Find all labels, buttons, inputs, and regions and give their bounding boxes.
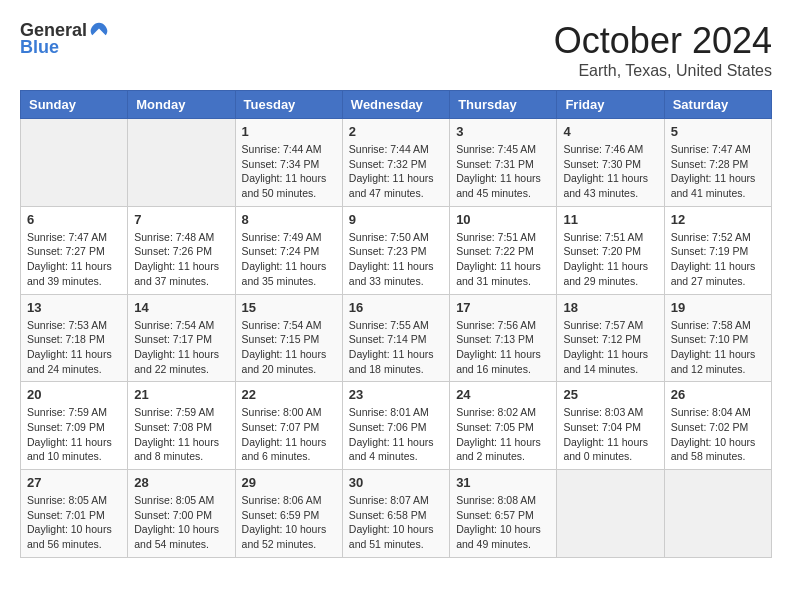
day-info: Sunrise: 7:44 AMSunset: 7:34 PMDaylight:… [242,142,336,201]
week-row-4: 20Sunrise: 7:59 AMSunset: 7:09 PMDayligh… [21,382,772,470]
calendar-cell [21,119,128,207]
day-number: 30 [349,475,443,490]
day-number: 22 [242,387,336,402]
header-row: SundayMondayTuesdayWednesdayThursdayFrid… [21,91,772,119]
calendar-cell: 1Sunrise: 7:44 AMSunset: 7:34 PMDaylight… [235,119,342,207]
calendar-cell: 19Sunrise: 7:58 AMSunset: 7:10 PMDayligh… [664,294,771,382]
week-row-2: 6Sunrise: 7:47 AMSunset: 7:27 PMDaylight… [21,206,772,294]
calendar-cell: 8Sunrise: 7:49 AMSunset: 7:24 PMDaylight… [235,206,342,294]
col-header-thursday: Thursday [450,91,557,119]
day-number: 3 [456,124,550,139]
day-info: Sunrise: 7:49 AMSunset: 7:24 PMDaylight:… [242,230,336,289]
logo-icon [89,21,109,41]
calendar-cell: 3Sunrise: 7:45 AMSunset: 7:31 PMDaylight… [450,119,557,207]
day-info: Sunrise: 8:05 AMSunset: 7:00 PMDaylight:… [134,493,228,552]
day-info: Sunrise: 8:06 AMSunset: 6:59 PMDaylight:… [242,493,336,552]
calendar-cell: 4Sunrise: 7:46 AMSunset: 7:30 PMDaylight… [557,119,664,207]
day-info: Sunrise: 8:07 AMSunset: 6:58 PMDaylight:… [349,493,443,552]
calendar-cell: 2Sunrise: 7:44 AMSunset: 7:32 PMDaylight… [342,119,449,207]
calendar-cell: 9Sunrise: 7:50 AMSunset: 7:23 PMDaylight… [342,206,449,294]
day-info: Sunrise: 8:05 AMSunset: 7:01 PMDaylight:… [27,493,121,552]
calendar-cell: 26Sunrise: 8:04 AMSunset: 7:02 PMDayligh… [664,382,771,470]
day-info: Sunrise: 7:59 AMSunset: 7:09 PMDaylight:… [27,405,121,464]
calendar-cell: 7Sunrise: 7:48 AMSunset: 7:26 PMDaylight… [128,206,235,294]
calendar-cell: 14Sunrise: 7:54 AMSunset: 7:17 PMDayligh… [128,294,235,382]
calendar-cell: 29Sunrise: 8:06 AMSunset: 6:59 PMDayligh… [235,470,342,558]
day-number: 23 [349,387,443,402]
calendar-cell: 20Sunrise: 7:59 AMSunset: 7:09 PMDayligh… [21,382,128,470]
day-number: 7 [134,212,228,227]
calendar-table: SundayMondayTuesdayWednesdayThursdayFrid… [20,90,772,558]
day-number: 16 [349,300,443,315]
day-info: Sunrise: 7:50 AMSunset: 7:23 PMDaylight:… [349,230,443,289]
calendar-cell: 15Sunrise: 7:54 AMSunset: 7:15 PMDayligh… [235,294,342,382]
calendar-cell: 27Sunrise: 8:05 AMSunset: 7:01 PMDayligh… [21,470,128,558]
day-info: Sunrise: 7:46 AMSunset: 7:30 PMDaylight:… [563,142,657,201]
week-row-1: 1Sunrise: 7:44 AMSunset: 7:34 PMDaylight… [21,119,772,207]
col-header-tuesday: Tuesday [235,91,342,119]
calendar-cell: 30Sunrise: 8:07 AMSunset: 6:58 PMDayligh… [342,470,449,558]
day-info: Sunrise: 7:52 AMSunset: 7:19 PMDaylight:… [671,230,765,289]
day-number: 31 [456,475,550,490]
week-row-5: 27Sunrise: 8:05 AMSunset: 7:01 PMDayligh… [21,470,772,558]
calendar-cell: 21Sunrise: 7:59 AMSunset: 7:08 PMDayligh… [128,382,235,470]
day-info: Sunrise: 7:45 AMSunset: 7:31 PMDaylight:… [456,142,550,201]
day-info: Sunrise: 7:59 AMSunset: 7:08 PMDaylight:… [134,405,228,464]
day-number: 5 [671,124,765,139]
calendar-cell: 11Sunrise: 7:51 AMSunset: 7:20 PMDayligh… [557,206,664,294]
day-number: 8 [242,212,336,227]
calendar-cell [128,119,235,207]
day-number: 20 [27,387,121,402]
logo: General Blue [20,20,109,58]
day-info: Sunrise: 8:02 AMSunset: 7:05 PMDaylight:… [456,405,550,464]
calendar-cell: 18Sunrise: 7:57 AMSunset: 7:12 PMDayligh… [557,294,664,382]
week-row-3: 13Sunrise: 7:53 AMSunset: 7:18 PMDayligh… [21,294,772,382]
day-info: Sunrise: 7:54 AMSunset: 7:15 PMDaylight:… [242,318,336,377]
col-header-monday: Monday [128,91,235,119]
day-info: Sunrise: 8:04 AMSunset: 7:02 PMDaylight:… [671,405,765,464]
day-info: Sunrise: 7:48 AMSunset: 7:26 PMDaylight:… [134,230,228,289]
calendar-cell: 10Sunrise: 7:51 AMSunset: 7:22 PMDayligh… [450,206,557,294]
col-header-saturday: Saturday [664,91,771,119]
col-header-friday: Friday [557,91,664,119]
calendar-cell: 31Sunrise: 8:08 AMSunset: 6:57 PMDayligh… [450,470,557,558]
day-info: Sunrise: 7:57 AMSunset: 7:12 PMDaylight:… [563,318,657,377]
day-number: 15 [242,300,336,315]
day-info: Sunrise: 7:44 AMSunset: 7:32 PMDaylight:… [349,142,443,201]
day-number: 26 [671,387,765,402]
month-title: October 2024 [554,20,772,62]
calendar-cell: 25Sunrise: 8:03 AMSunset: 7:04 PMDayligh… [557,382,664,470]
day-info: Sunrise: 7:58 AMSunset: 7:10 PMDaylight:… [671,318,765,377]
day-info: Sunrise: 8:08 AMSunset: 6:57 PMDaylight:… [456,493,550,552]
calendar-cell: 12Sunrise: 7:52 AMSunset: 7:19 PMDayligh… [664,206,771,294]
day-number: 2 [349,124,443,139]
day-number: 21 [134,387,228,402]
calendar-cell: 23Sunrise: 8:01 AMSunset: 7:06 PMDayligh… [342,382,449,470]
title-area: October 2024 Earth, Texas, United States [554,20,772,80]
day-number: 14 [134,300,228,315]
calendar-cell: 24Sunrise: 8:02 AMSunset: 7:05 PMDayligh… [450,382,557,470]
calendar-cell: 22Sunrise: 8:00 AMSunset: 7:07 PMDayligh… [235,382,342,470]
day-number: 9 [349,212,443,227]
day-number: 27 [27,475,121,490]
day-number: 19 [671,300,765,315]
day-number: 25 [563,387,657,402]
day-info: Sunrise: 8:01 AMSunset: 7:06 PMDaylight:… [349,405,443,464]
location-title: Earth, Texas, United States [554,62,772,80]
calendar-cell: 6Sunrise: 7:47 AMSunset: 7:27 PMDaylight… [21,206,128,294]
day-info: Sunrise: 7:55 AMSunset: 7:14 PMDaylight:… [349,318,443,377]
day-number: 4 [563,124,657,139]
calendar-cell: 28Sunrise: 8:05 AMSunset: 7:00 PMDayligh… [128,470,235,558]
day-number: 29 [242,475,336,490]
calendar-cell [664,470,771,558]
logo-blue: Blue [20,37,59,58]
day-info: Sunrise: 7:51 AMSunset: 7:22 PMDaylight:… [456,230,550,289]
day-info: Sunrise: 7:56 AMSunset: 7:13 PMDaylight:… [456,318,550,377]
day-info: Sunrise: 7:51 AMSunset: 7:20 PMDaylight:… [563,230,657,289]
day-number: 1 [242,124,336,139]
day-info: Sunrise: 8:00 AMSunset: 7:07 PMDaylight:… [242,405,336,464]
col-header-sunday: Sunday [21,91,128,119]
calendar-cell: 13Sunrise: 7:53 AMSunset: 7:18 PMDayligh… [21,294,128,382]
calendar-cell: 5Sunrise: 7:47 AMSunset: 7:28 PMDaylight… [664,119,771,207]
day-info: Sunrise: 7:54 AMSunset: 7:17 PMDaylight:… [134,318,228,377]
